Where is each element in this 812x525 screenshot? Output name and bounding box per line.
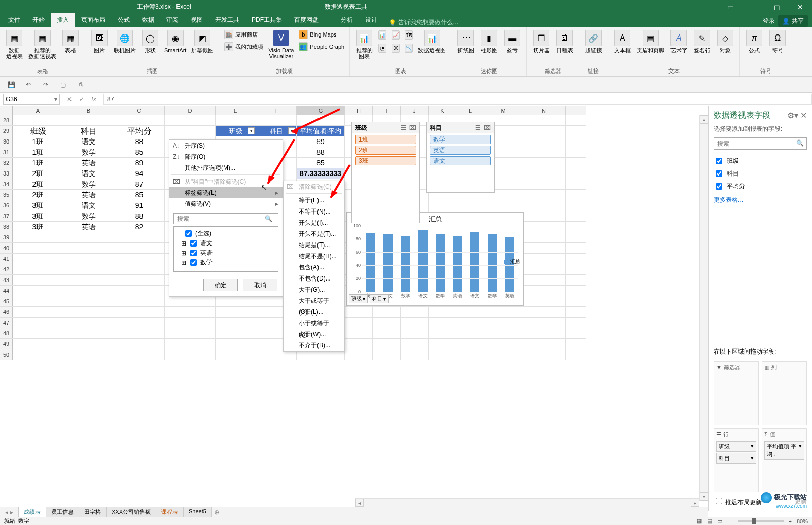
sparkline-line-button[interactable]: 〰折线图 — [454, 29, 477, 54]
col-header[interactable]: H — [345, 106, 373, 115]
rows-area[interactable]: ☰ 行班级▾科目▾ — [714, 428, 759, 492]
screenshot-button[interactable]: ◩屏幕截图 — [189, 29, 216, 54]
chart-filter-subject[interactable]: 科目 ▾ — [370, 294, 389, 303]
cell[interactable] — [522, 211, 566, 221]
cell[interactable]: 94 — [114, 168, 165, 179]
row-header[interactable]: 46 — [0, 307, 13, 317]
chart-type-3[interactable]: 🗺 — [403, 29, 415, 41]
cell[interactable] — [522, 232, 566, 242]
cell[interactable] — [114, 349, 165, 360]
cell[interactable] — [429, 349, 456, 360]
cell[interactable] — [345, 339, 373, 349]
cell[interactable] — [63, 243, 114, 253]
col-header[interactable]: K — [429, 106, 456, 115]
tab-pdf[interactable]: PDF工具集 — [245, 13, 288, 27]
row-header[interactable]: 31 — [0, 147, 13, 157]
qat-print-button[interactable]: ⎙ — [74, 79, 86, 91]
row-header[interactable]: 42 — [0, 264, 13, 274]
pictures-button[interactable]: 🖼图片 — [88, 29, 111, 54]
row-header[interactable]: 38 — [0, 222, 13, 232]
col-header[interactable]: F — [256, 106, 297, 115]
filter-search[interactable]: 🔍 — [173, 213, 278, 224]
cell[interactable] — [63, 307, 114, 317]
row-header[interactable]: 45 — [0, 296, 13, 306]
tab-dev[interactable]: 开发工具 — [209, 13, 245, 27]
label-filter-option[interactable]: 等于(E)... — [284, 195, 344, 206]
cell[interactable] — [114, 296, 165, 306]
cell[interactable] — [63, 349, 114, 360]
row-header[interactable]: 47 — [0, 318, 13, 328]
cell[interactable] — [484, 307, 522, 317]
cell[interactable] — [373, 307, 401, 317]
col-header[interactable]: A — [13, 106, 63, 115]
cell[interactable] — [456, 328, 484, 338]
zoom-level[interactable]: 80% — [797, 518, 808, 524]
cell[interactable]: 数学 — [63, 179, 114, 189]
zoom-in-button[interactable]: + — [789, 518, 792, 524]
label-filter-option[interactable]: 小于(L)... — [284, 306, 344, 318]
cancel-formula-button[interactable]: ✕ — [64, 96, 75, 103]
panel-close-icon[interactable]: ✕ — [800, 111, 807, 120]
cell[interactable] — [114, 286, 165, 296]
cell[interactable] — [429, 200, 456, 211]
cell[interactable] — [114, 243, 165, 253]
cell[interactable] — [484, 339, 522, 349]
cell[interactable] — [522, 349, 566, 360]
tab-formulas[interactable]: 公式 — [112, 13, 136, 27]
cell[interactable]: 3班 — [13, 222, 63, 232]
tab-home[interactable]: 开始 — [26, 13, 51, 27]
slicer-button[interactable]: ❒切片器 — [530, 29, 552, 54]
cell[interactable]: 3班 — [13, 211, 63, 221]
tab-review[interactable]: 审阅 — [160, 13, 185, 27]
view-normal-icon[interactable]: ▦ — [697, 518, 702, 524]
label-filter-option[interactable]: 结尾是(T)... — [284, 239, 344, 251]
cell[interactable]: 88 — [297, 147, 345, 157]
cell[interactable] — [345, 349, 373, 360]
cell[interactable] — [63, 232, 114, 242]
label-filter-option[interactable]: 介于(W)... — [284, 329, 344, 340]
cell[interactable] — [165, 126, 216, 136]
sheet-tab[interactable]: 员工信息 — [46, 507, 79, 518]
cell[interactable] — [401, 318, 429, 328]
cell[interactable]: 3班 — [13, 200, 63, 211]
header-footer-button[interactable]: ▤页眉和页脚 — [634, 29, 666, 54]
values-area[interactable]: Σ 值平均值项:平均...▾ — [762, 428, 807, 492]
col-header[interactable]: L — [456, 106, 484, 115]
row-header[interactable]: 32 — [0, 158, 13, 168]
cancel-button[interactable]: 取消 — [243, 279, 277, 291]
cell[interactable] — [522, 190, 566, 200]
scroll-up-button[interactable]: ▴ — [700, 115, 708, 124]
cell[interactable] — [216, 115, 256, 125]
cell[interactable] — [297, 115, 345, 125]
label-filter-option[interactable]: 大于(G)... — [284, 284, 344, 295]
value-filter-item[interactable]: 值筛选(V)▸ — [169, 198, 283, 209]
cell[interactable]: 数学 — [63, 147, 114, 157]
cell[interactable] — [484, 328, 522, 338]
cell[interactable] — [13, 307, 63, 317]
cell[interactable]: 语文 — [63, 168, 114, 179]
cell[interactable] — [522, 339, 566, 349]
cell[interactable] — [401, 328, 429, 338]
sheet-tab[interactable]: XXX公司销售额 — [106, 507, 156, 518]
signature-line-button[interactable]: ✎签名行 — [691, 29, 713, 54]
clear-slicer-icon[interactable]: ⌧ — [409, 124, 416, 131]
cell[interactable] — [522, 158, 566, 168]
row-header[interactable]: 33 — [0, 168, 13, 179]
bing-maps-button[interactable]: bBing Maps — [297, 29, 346, 40]
slicer-item[interactable]: 3班 — [355, 156, 416, 165]
label-filter-option[interactable]: 包含(A)... — [284, 262, 344, 273]
cell[interactable]: 平均值项:平均分 — [297, 126, 345, 136]
cell[interactable] — [114, 328, 165, 338]
cell[interactable] — [13, 339, 63, 349]
sheet-nav-prev[interactable]: ◂ — [5, 509, 8, 516]
sheet-tab[interactable]: 课程表 — [156, 507, 184, 518]
cell[interactable] — [401, 307, 429, 317]
close-button[interactable]: ✕ — [789, 0, 812, 14]
cell[interactable] — [114, 318, 165, 328]
filter-checklist[interactable]: (全选)⊞ 语文⊞ 英语⊞ 数学 — [173, 226, 278, 272]
row-header[interactable]: 49 — [0, 339, 13, 349]
col-header[interactable]: M — [484, 106, 522, 115]
cell[interactable] — [63, 254, 114, 264]
col-header[interactable]: C — [114, 106, 165, 115]
slicer-item[interactable]: 数学 — [430, 135, 491, 144]
